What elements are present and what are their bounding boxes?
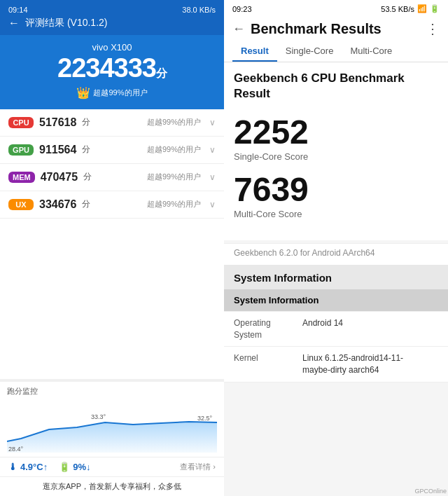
ux-row[interactable]: UX 334676 分 超越99%的用户 ∨ <box>0 191 224 219</box>
chart-svg: 28.4° 33.3° 32.5° <box>7 398 217 454</box>
mem-score: 470475 <box>41 171 78 184</box>
left-hero: vivo X100 2234333分 👑 超越99%的用户 <box>0 35 224 109</box>
crown-text: 超越99%的用户 <box>93 88 147 98</box>
left-panel: 09:14 38.0 KB/s ← 评测结果 (V10.1.2) vivo X1… <box>0 0 224 496</box>
tab-multi-core[interactable]: Multi-Core <box>342 40 400 62</box>
right-time: 09:23 <box>232 5 252 13</box>
battery-stat: 🔋 9%↓ <box>59 462 90 472</box>
device-name: vivo X100 <box>8 42 216 53</box>
svg-text:33.3°: 33.3° <box>91 413 106 420</box>
more-icon[interactable]: ⋮ <box>426 20 440 37</box>
right-header-title: Benchmark Results <box>251 21 420 37</box>
tab-single-core[interactable]: Single-Core <box>277 40 342 62</box>
right-header: ← Benchmark Results ⋮ <box>224 16 448 40</box>
sys-info-header: System Information <box>224 265 448 289</box>
ad-text: 逛京东APP，首发新人专享福利，众多低 <box>43 482 181 490</box>
mem-chevron: ∨ <box>209 172 216 182</box>
score-rows: CPU 517618 分 超越99%的用户 ∨ GPU 911564 分 超越9… <box>0 109 224 379</box>
left-time: 09:14 <box>8 6 28 14</box>
tabs-row: Result Single-Core Multi-Core <box>224 40 448 62</box>
ux-badge: UX <box>8 199 34 210</box>
signal-icon: 📶 <box>417 4 427 13</box>
sys-kernel-key: Kernel <box>234 352 297 376</box>
cpu-score: 517618 <box>39 116 76 129</box>
left-nav-row: ← 评测结果 (V10.1.2) <box>8 17 216 29</box>
svg-text:32.5°: 32.5° <box>197 415 213 422</box>
gpu-pct: 超越99%的用户 <box>147 144 201 155</box>
sys-os-val: Android 14 <box>302 317 438 341</box>
multi-label: Multi-Core Score <box>234 209 438 219</box>
single-label: Single-Core Score <box>234 151 438 162</box>
mem-badge: MEM <box>8 172 35 183</box>
svg-text:28.4°: 28.4° <box>8 446 24 453</box>
mem-row[interactable]: MEM 470475 分 超越99%的用户 ∨ <box>0 164 224 191</box>
gpu-badge: GPU <box>8 144 34 156</box>
cpu-badge: CPU <box>8 117 34 128</box>
left-back-icon[interactable]: ← <box>8 17 20 29</box>
sys-os-key: OperatingSystem <box>234 317 297 341</box>
view-details-link[interactable]: 查看详情 › <box>180 462 216 472</box>
right-back-icon[interactable]: ← <box>232 22 245 36</box>
temp-stat: 🌡 4.9°C↑ <box>8 462 48 472</box>
total-score: 2234333分 <box>8 54 216 83</box>
temp-value: 4.9°C↑ <box>20 462 48 472</box>
left-status-bar: 09:14 38.0 KB/s <box>8 6 216 14</box>
mem-pct: 超越99%的用户 <box>147 172 201 182</box>
wifi-icon: 🔋 <box>430 4 440 13</box>
chart-title: 跑分监控 <box>7 386 217 397</box>
battery-icon: 🔋 <box>59 462 70 472</box>
ux-score: 334676 <box>39 198 76 211</box>
multi-score: 7639 <box>234 172 438 209</box>
right-panel: 09:23 53.5 KB/s 📶 🔋 ← Benchmark Results … <box>224 0 448 496</box>
cpu-pct: 超越99%的用户 <box>147 117 201 128</box>
left-nav-title: 评测结果 (V10.1.2) <box>25 17 107 29</box>
chart-container: 28.4° 33.3° 32.5° <box>7 398 217 454</box>
single-core-section: 2252 Single-Core Score 7639 Multi-Core S… <box>224 107 448 240</box>
thermometer-icon: 🌡 <box>8 462 18 472</box>
cpu-row[interactable]: CPU 517618 分 超越99%的用户 ∨ <box>0 109 224 137</box>
sys-os-row: OperatingSystem Android 14 <box>224 312 448 347</box>
ux-pct: 超越99%的用户 <box>147 199 201 209</box>
sys-kernel-val: Linux 6.1.25-android14-11-maybe-dirty aa… <box>302 352 438 376</box>
ux-chevron: ∨ <box>209 200 216 209</box>
svg-marker-0 <box>7 422 217 453</box>
right-status-right: 53.5 KB/s <box>381 5 414 13</box>
left-header: 09:14 38.0 KB/s ← 评测结果 (V10.1.2) <box>0 0 224 35</box>
right-status-icons: 53.5 KB/s 📶 🔋 <box>381 4 440 13</box>
left-status-right: 38.0 KB/s <box>182 6 216 14</box>
battery-value: 9%↓ <box>73 462 90 472</box>
gpu-row[interactable]: GPU 911564 分 超越99%的用户 ∨ <box>0 137 224 164</box>
watermark: GPCOnline <box>414 488 447 495</box>
crown-icon: 👑 <box>76 86 90 99</box>
gpu-score: 911564 <box>39 144 76 156</box>
right-status-bar: 09:23 53.5 KB/s 📶 🔋 <box>224 0 448 16</box>
sys-info-table-header: System Information <box>224 289 448 312</box>
single-score: 2252 <box>234 114 438 151</box>
sys-kernel-row: Kernel Linux 6.1.25-android14-11-maybe-d… <box>224 347 448 383</box>
crown-row: 👑 超越99%的用户 <box>8 86 216 99</box>
ad-bar: 逛京东APP，首发新人专享福利，众多低 <box>0 476 224 496</box>
tab-result[interactable]: Result <box>232 40 277 62</box>
bottom-bar: 🌡 4.9°C↑ 🔋 9%↓ 查看详情 › <box>0 457 224 476</box>
chart-section: 跑分监控 28.4° 33.3° 32.5° <box>0 379 224 457</box>
gpu-chevron: ∨ <box>209 145 216 155</box>
geekbench-title: Geekbench 6 CPU BenchmarkResult <box>224 62 448 107</box>
sys-table-header-label: System Information <box>234 295 318 305</box>
version-text: Geekbench 6.2.0 for Android AArch64 <box>224 243 448 265</box>
cpu-chevron: ∨ <box>209 118 216 128</box>
